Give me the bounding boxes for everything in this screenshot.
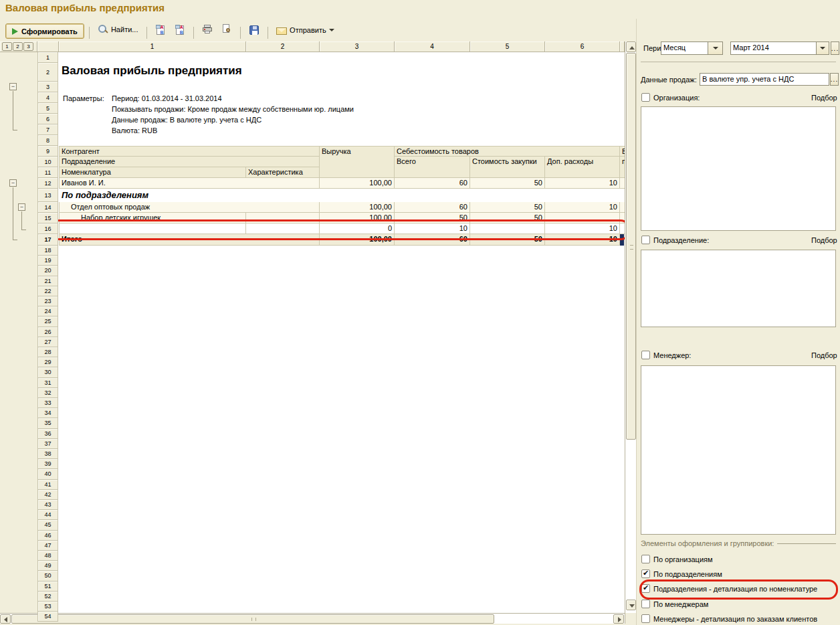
group-level-2-button[interactable]: 2	[13, 42, 23, 51]
row-header-20[interactable]: 20	[37, 266, 58, 276]
row-header-47[interactable]: 47	[37, 541, 58, 551]
collapse-group-button[interactable]: −	[9, 179, 17, 187]
vertical-scrollbar-thumb[interactable]	[626, 53, 636, 440]
period-type-dropdown-button[interactable]	[708, 41, 723, 55]
column-header-1[interactable]: 1	[59, 41, 246, 52]
row-header-46[interactable]: 46	[37, 531, 58, 541]
grouping-by-managers-checkbox[interactable]: По менеджерам	[641, 600, 708, 608]
row-header-21[interactable]: 21	[37, 276, 58, 286]
row-header-42[interactable]: 42	[37, 490, 58, 500]
row-header-50[interactable]: 50	[37, 571, 58, 581]
row-header-34[interactable]: 34	[37, 408, 58, 418]
row-header-11[interactable]: 11	[37, 167, 58, 178]
column-header-4[interactable]: 4	[395, 41, 470, 52]
group-level-1-button[interactable]: 1	[2, 42, 12, 51]
find-button[interactable]: Найти...	[94, 21, 142, 37]
row-header-35[interactable]: 35	[37, 418, 58, 428]
column-header-5[interactable]: 5	[470, 41, 545, 52]
row-header-31[interactable]: 31	[37, 378, 58, 388]
row-header-4[interactable]: 4	[37, 92, 58, 103]
row-header-48[interactable]: 48	[37, 551, 58, 561]
expand-groups-button[interactable]	[152, 22, 169, 37]
scroll-down-button[interactable]	[626, 600, 636, 610]
row-header-41[interactable]: 41	[37, 480, 58, 490]
print-button[interactable]	[199, 21, 216, 37]
row-header-40[interactable]: 40	[37, 469, 58, 479]
row-header-22[interactable]: 22	[37, 286, 58, 296]
column-header-6[interactable]: 6	[545, 41, 620, 52]
department-list[interactable]	[641, 250, 836, 327]
sales-data-more-button[interactable]: ...	[830, 73, 839, 86]
organization-pick-button[interactable]: Подбор	[811, 94, 837, 102]
cell-purchase-cost[interactable]: 50	[470, 202, 545, 213]
row-header-53[interactable]: 53	[37, 602, 58, 612]
row-header-24[interactable]: 24	[37, 306, 58, 317]
row-header-2[interactable]: 2	[37, 63, 58, 82]
column-header-7-partial[interactable]	[620, 41, 625, 52]
save-button[interactable]	[245, 22, 263, 37]
row-header-30[interactable]: 30	[37, 367, 58, 377]
cell-extra-costs[interactable]: 10	[545, 178, 620, 189]
column-header-3[interactable]: 3	[320, 41, 395, 52]
filter-organization-checkbox[interactable]: Организация:	[641, 93, 700, 102]
row-header-49[interactable]: 49	[37, 561, 58, 571]
collapse-groups-button[interactable]	[171, 22, 189, 37]
row-header-37[interactable]: 37	[37, 439, 58, 449]
row-header-26[interactable]: 26	[37, 327, 58, 337]
vertical-scrollbar[interactable]	[625, 41, 635, 613]
sales-data-field[interactable]: В валюте упр. учета с НДС	[700, 73, 829, 86]
row-header-45[interactable]: 45	[37, 520, 58, 530]
generate-button[interactable]: Сформировать	[5, 23, 84, 39]
row-header-3[interactable]: 3	[37, 82, 58, 92]
scroll-right-button[interactable]	[613, 614, 624, 624]
cell-extra-costs[interactable]: 10	[545, 202, 620, 213]
cell-purchase-cost[interactable]: 50	[470, 178, 545, 189]
row-header-18[interactable]: 18	[37, 246, 58, 256]
grouping-by-organizations-checkbox[interactable]: По организациям	[641, 555, 713, 563]
row-header-52[interactable]: 52	[37, 592, 58, 602]
row-header-10[interactable]: 10	[37, 157, 58, 167]
grouping-by-departments-checkbox[interactable]: По подразделениям	[641, 569, 722, 578]
row-header-38[interactable]: 38	[37, 449, 58, 459]
row-header-9[interactable]: 9	[37, 146, 58, 157]
filter-manager-checkbox[interactable]: Менеджер:	[641, 351, 691, 359]
row-header-25[interactable]: 25	[37, 317, 58, 327]
scroll-left-button[interactable]	[0, 614, 11, 624]
collapse-group-button[interactable]: −	[9, 83, 17, 90]
row-header-16[interactable]: 16	[37, 224, 58, 234]
collapse-group-button[interactable]: −	[18, 203, 25, 211]
send-button[interactable]: Отправить	[273, 23, 338, 38]
period-more-button[interactable]: ...	[831, 41, 839, 55]
report-spreadsheet[interactable]: 1 2 3 1 2 3 4 5 6 − − − Валовая прибыль …	[0, 41, 636, 624]
filter-department-checkbox[interactable]: Подразделение:	[641, 236, 709, 244]
scroll-up-button[interactable]	[626, 41, 636, 52]
row-header-29[interactable]: 29	[37, 357, 58, 367]
row-header-6[interactable]: 6	[37, 114, 58, 124]
cell-cost-total[interactable]: 60	[395, 202, 470, 213]
grouping-managers-by-orders-checkbox[interactable]: Менеджеры - детализация по заказам клиен…	[641, 614, 817, 623]
period-value-select[interactable]: Март 2014	[730, 41, 817, 55]
row-header-28[interactable]: 28	[37, 347, 58, 357]
cell-revenue[interactable]: 100,00	[320, 178, 395, 189]
department-pick-button[interactable]: Подбор	[811, 236, 837, 244]
manager-pick-button[interactable]: Подбор	[811, 351, 837, 359]
row-header-54[interactable]: 54	[37, 612, 58, 622]
row-header-23[interactable]: 23	[37, 296, 58, 306]
cell-revenue[interactable]: 100,00	[320, 202, 395, 213]
manager-list[interactable]	[641, 365, 836, 535]
row-header-8[interactable]: 8	[37, 135, 58, 146]
cell-contragent[interactable]: Иванов И. И.	[59, 178, 320, 189]
row-header-44[interactable]: 44	[37, 510, 58, 520]
row-header-5[interactable]: 5	[37, 103, 58, 114]
row-header-13[interactable]: 13	[37, 189, 58, 202]
period-value-dropdown-button[interactable]	[816, 41, 829, 55]
row-header-32[interactable]: 32	[37, 388, 58, 398]
group-level-3-button[interactable]: 3	[23, 42, 33, 51]
organization-list[interactable]	[641, 106, 836, 231]
period-type-select[interactable]: Месяц	[661, 41, 708, 55]
row-header-33[interactable]: 33	[37, 398, 58, 408]
horizontal-scrollbar-thumb[interactable]	[11, 614, 494, 624]
row-header-14[interactable]: 14	[37, 202, 58, 213]
row-header-15[interactable]: 15	[37, 213, 58, 224]
row-header-43[interactable]: 43	[37, 500, 58, 510]
